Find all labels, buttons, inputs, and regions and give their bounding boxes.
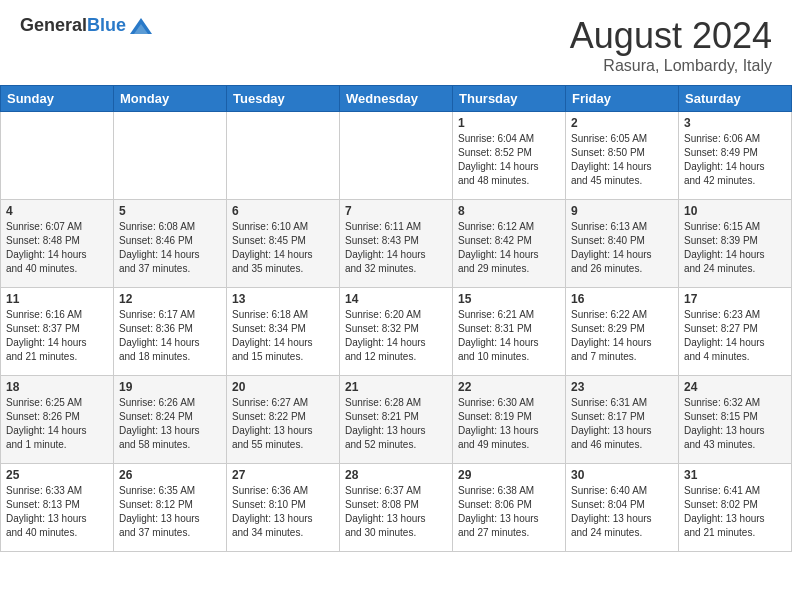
day-info: Sunrise: 6:21 AM Sunset: 8:31 PM Dayligh… (458, 308, 560, 364)
calendar-cell: 28Sunrise: 6:37 AM Sunset: 8:08 PM Dayli… (340, 464, 453, 552)
calendar-cell: 12Sunrise: 6:17 AM Sunset: 8:36 PM Dayli… (114, 288, 227, 376)
day-info: Sunrise: 6:12 AM Sunset: 8:42 PM Dayligh… (458, 220, 560, 276)
calendar-cell: 6Sunrise: 6:10 AM Sunset: 8:45 PM Daylig… (227, 200, 340, 288)
calendar-header-row: Sunday Monday Tuesday Wednesday Thursday… (1, 86, 792, 112)
day-number: 21 (345, 380, 447, 394)
day-info: Sunrise: 6:17 AM Sunset: 8:36 PM Dayligh… (119, 308, 221, 364)
day-number: 2 (571, 116, 673, 130)
calendar-cell: 9Sunrise: 6:13 AM Sunset: 8:40 PM Daylig… (566, 200, 679, 288)
day-info: Sunrise: 6:25 AM Sunset: 8:26 PM Dayligh… (6, 396, 108, 452)
calendar-cell: 30Sunrise: 6:40 AM Sunset: 8:04 PM Dayli… (566, 464, 679, 552)
day-info: Sunrise: 6:07 AM Sunset: 8:48 PM Dayligh… (6, 220, 108, 276)
day-number: 4 (6, 204, 108, 218)
day-info: Sunrise: 6:27 AM Sunset: 8:22 PM Dayligh… (232, 396, 334, 452)
day-info: Sunrise: 6:33 AM Sunset: 8:13 PM Dayligh… (6, 484, 108, 540)
calendar-week-1: 1Sunrise: 6:04 AM Sunset: 8:52 PM Daylig… (1, 112, 792, 200)
col-monday: Monday (114, 86, 227, 112)
calendar-cell: 21Sunrise: 6:28 AM Sunset: 8:21 PM Dayli… (340, 376, 453, 464)
day-info: Sunrise: 6:41 AM Sunset: 8:02 PM Dayligh… (684, 484, 786, 540)
title-section: August 2024 Rasura, Lombardy, Italy (570, 15, 772, 75)
logo-blue-text: Blue (87, 15, 126, 35)
calendar-cell (340, 112, 453, 200)
day-info: Sunrise: 6:40 AM Sunset: 8:04 PM Dayligh… (571, 484, 673, 540)
calendar-cell: 4Sunrise: 6:07 AM Sunset: 8:48 PM Daylig… (1, 200, 114, 288)
day-number: 19 (119, 380, 221, 394)
calendar-cell: 19Sunrise: 6:26 AM Sunset: 8:24 PM Dayli… (114, 376, 227, 464)
calendar-week-2: 4Sunrise: 6:07 AM Sunset: 8:48 PM Daylig… (1, 200, 792, 288)
day-number: 9 (571, 204, 673, 218)
calendar-cell: 20Sunrise: 6:27 AM Sunset: 8:22 PM Dayli… (227, 376, 340, 464)
page-container: GeneralBlue August 2024 Rasura, Lombardy… (0, 0, 792, 552)
day-info: Sunrise: 6:06 AM Sunset: 8:49 PM Dayligh… (684, 132, 786, 188)
calendar-cell: 1Sunrise: 6:04 AM Sunset: 8:52 PM Daylig… (453, 112, 566, 200)
calendar-table: Sunday Monday Tuesday Wednesday Thursday… (0, 85, 792, 552)
calendar-cell: 31Sunrise: 6:41 AM Sunset: 8:02 PM Dayli… (679, 464, 792, 552)
calendar-cell: 23Sunrise: 6:31 AM Sunset: 8:17 PM Dayli… (566, 376, 679, 464)
day-info: Sunrise: 6:35 AM Sunset: 8:12 PM Dayligh… (119, 484, 221, 540)
calendar-cell (1, 112, 114, 200)
calendar-cell (227, 112, 340, 200)
day-info: Sunrise: 6:38 AM Sunset: 8:06 PM Dayligh… (458, 484, 560, 540)
month-year-title: August 2024 (570, 15, 772, 57)
day-number: 22 (458, 380, 560, 394)
calendar-week-4: 18Sunrise: 6:25 AM Sunset: 8:26 PM Dayli… (1, 376, 792, 464)
calendar-cell: 22Sunrise: 6:30 AM Sunset: 8:19 PM Dayli… (453, 376, 566, 464)
day-info: Sunrise: 6:10 AM Sunset: 8:45 PM Dayligh… (232, 220, 334, 276)
day-number: 11 (6, 292, 108, 306)
calendar-cell: 10Sunrise: 6:15 AM Sunset: 8:39 PM Dayli… (679, 200, 792, 288)
calendar-cell: 7Sunrise: 6:11 AM Sunset: 8:43 PM Daylig… (340, 200, 453, 288)
calendar-cell: 29Sunrise: 6:38 AM Sunset: 8:06 PM Dayli… (453, 464, 566, 552)
calendar-cell: 17Sunrise: 6:23 AM Sunset: 8:27 PM Dayli… (679, 288, 792, 376)
day-number: 1 (458, 116, 560, 130)
calendar-cell: 24Sunrise: 6:32 AM Sunset: 8:15 PM Dayli… (679, 376, 792, 464)
day-number: 15 (458, 292, 560, 306)
day-info: Sunrise: 6:37 AM Sunset: 8:08 PM Dayligh… (345, 484, 447, 540)
col-thursday: Thursday (453, 86, 566, 112)
col-saturday: Saturday (679, 86, 792, 112)
day-number: 3 (684, 116, 786, 130)
day-number: 26 (119, 468, 221, 482)
day-number: 7 (345, 204, 447, 218)
day-info: Sunrise: 6:13 AM Sunset: 8:40 PM Dayligh… (571, 220, 673, 276)
day-number: 18 (6, 380, 108, 394)
page-header: GeneralBlue August 2024 Rasura, Lombardy… (0, 0, 792, 85)
day-info: Sunrise: 6:08 AM Sunset: 8:46 PM Dayligh… (119, 220, 221, 276)
calendar-cell: 27Sunrise: 6:36 AM Sunset: 8:10 PM Dayli… (227, 464, 340, 552)
calendar-cell: 26Sunrise: 6:35 AM Sunset: 8:12 PM Dayli… (114, 464, 227, 552)
calendar-cell: 3Sunrise: 6:06 AM Sunset: 8:49 PM Daylig… (679, 112, 792, 200)
logo-general-text: General (20, 15, 87, 35)
calendar-week-5: 25Sunrise: 6:33 AM Sunset: 8:13 PM Dayli… (1, 464, 792, 552)
col-friday: Friday (566, 86, 679, 112)
calendar-cell (114, 112, 227, 200)
day-info: Sunrise: 6:16 AM Sunset: 8:37 PM Dayligh… (6, 308, 108, 364)
day-number: 30 (571, 468, 673, 482)
day-info: Sunrise: 6:22 AM Sunset: 8:29 PM Dayligh… (571, 308, 673, 364)
day-info: Sunrise: 6:26 AM Sunset: 8:24 PM Dayligh… (119, 396, 221, 452)
day-info: Sunrise: 6:31 AM Sunset: 8:17 PM Dayligh… (571, 396, 673, 452)
calendar-cell: 16Sunrise: 6:22 AM Sunset: 8:29 PM Dayli… (566, 288, 679, 376)
calendar-cell: 25Sunrise: 6:33 AM Sunset: 8:13 PM Dayli… (1, 464, 114, 552)
day-info: Sunrise: 6:11 AM Sunset: 8:43 PM Dayligh… (345, 220, 447, 276)
day-number: 29 (458, 468, 560, 482)
calendar-cell: 11Sunrise: 6:16 AM Sunset: 8:37 PM Dayli… (1, 288, 114, 376)
day-info: Sunrise: 6:04 AM Sunset: 8:52 PM Dayligh… (458, 132, 560, 188)
day-number: 20 (232, 380, 334, 394)
day-info: Sunrise: 6:28 AM Sunset: 8:21 PM Dayligh… (345, 396, 447, 452)
calendar-cell: 13Sunrise: 6:18 AM Sunset: 8:34 PM Dayli… (227, 288, 340, 376)
calendar-week-3: 11Sunrise: 6:16 AM Sunset: 8:37 PM Dayli… (1, 288, 792, 376)
day-number: 24 (684, 380, 786, 394)
logo: GeneralBlue (20, 15, 152, 36)
calendar-cell: 14Sunrise: 6:20 AM Sunset: 8:32 PM Dayli… (340, 288, 453, 376)
day-number: 10 (684, 204, 786, 218)
day-info: Sunrise: 6:05 AM Sunset: 8:50 PM Dayligh… (571, 132, 673, 188)
day-number: 13 (232, 292, 334, 306)
calendar-cell: 8Sunrise: 6:12 AM Sunset: 8:42 PM Daylig… (453, 200, 566, 288)
calendar-cell: 2Sunrise: 6:05 AM Sunset: 8:50 PM Daylig… (566, 112, 679, 200)
day-info: Sunrise: 6:15 AM Sunset: 8:39 PM Dayligh… (684, 220, 786, 276)
day-info: Sunrise: 6:18 AM Sunset: 8:34 PM Dayligh… (232, 308, 334, 364)
col-tuesday: Tuesday (227, 86, 340, 112)
day-number: 17 (684, 292, 786, 306)
day-number: 23 (571, 380, 673, 394)
day-number: 14 (345, 292, 447, 306)
day-info: Sunrise: 6:23 AM Sunset: 8:27 PM Dayligh… (684, 308, 786, 364)
